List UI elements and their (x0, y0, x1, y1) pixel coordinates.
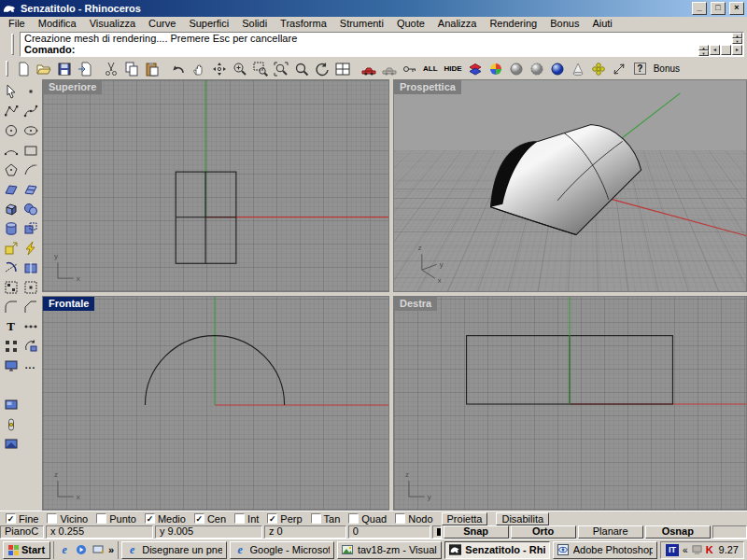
hide-button[interactable]: HIDE (442, 59, 465, 78)
bonus-toolbar-button[interactable]: Bonus (651, 59, 683, 78)
minimize-button[interactable]: _ (692, 2, 707, 15)
rectangle-tool-button[interactable] (21, 140, 40, 160)
rotate-view-button[interactable] (209, 59, 229, 78)
menu-file[interactable]: File (2, 17, 32, 31)
named-cplane-tool-button[interactable] (1, 395, 21, 414)
tray-app-icon[interactable] (692, 544, 702, 556)
osnap-int[interactable]: Int (234, 513, 259, 525)
cen-checkbox[interactable]: ✓ (194, 513, 204, 524)
fine-checkbox[interactable]: ✓ (6, 513, 16, 524)
menu-analizza[interactable]: Analizza (431, 17, 484, 31)
quick-launch-overflow[interactable]: » (108, 544, 114, 555)
osnap-fine[interactable]: ✓Fine (6, 513, 38, 525)
viewport-frontale-label[interactable]: Frontale (43, 297, 94, 311)
disabilita-button[interactable]: Disabilita (496, 512, 549, 525)
menu-superfici[interactable]: Superfici (182, 17, 235, 31)
menu-visualizza[interactable]: Visualizza (83, 17, 142, 31)
chamfer-tool-button[interactable] (21, 297, 40, 316)
viewport-prospettica-label[interactable]: Prospettica (394, 80, 461, 94)
osnap-vicino[interactable]: Vicino (47, 513, 88, 525)
layers-button[interactable] (466, 59, 486, 78)
help-button[interactable]: ? (630, 59, 650, 78)
boolean-tool-button[interactable] (21, 218, 40, 238)
zoom-extents-button[interactable] (291, 59, 311, 78)
select-tool-button[interactable] (1, 81, 21, 101)
vicino-checkbox[interactable] (47, 513, 57, 524)
cut-button[interactable] (101, 59, 120, 78)
zoom-extents-all-button[interactable]: ALL (420, 59, 441, 78)
trim-tool-button[interactable] (1, 258, 21, 277)
render-options-button[interactable] (400, 59, 419, 78)
show-desktop-icon[interactable] (92, 543, 105, 556)
dimension-button[interactable] (610, 59, 629, 78)
osnap-tan[interactable]: Tan (311, 513, 341, 525)
split-tool-button[interactable] (21, 258, 40, 277)
toolbar-grip[interactable] (6, 61, 8, 77)
command-scroll-right[interactable]: ► (732, 45, 742, 55)
open-file-button[interactable] (34, 59, 53, 78)
text-tool-button[interactable]: T (1, 316, 21, 336)
extrude-tool-button[interactable] (1, 238, 21, 258)
command-scroll-left[interactable]: ◄ (710, 45, 720, 55)
lamp-tool-button[interactable] (1, 414, 21, 434)
viewport-frontale[interactable]: Frontale z x (42, 296, 389, 511)
start-button[interactable]: Start (3, 541, 50, 559)
save-button[interactable] (54, 59, 74, 78)
proietta-button[interactable]: Proietta (442, 512, 488, 525)
polyline-tool-button[interactable] (1, 101, 21, 120)
tray-chevron[interactable]: « (683, 545, 688, 555)
viewport-prospettica[interactable]: Prospettica (393, 79, 747, 292)
box-tool-button[interactable] (1, 199, 21, 218)
zoom-button[interactable] (230, 59, 249, 78)
maximize-button[interactable]: □ (711, 2, 726, 15)
command-prompt-spinner[interactable]: ▲▼ (698, 45, 709, 56)
named-view-tool-button[interactable] (1, 356, 21, 375)
render-button[interactable] (359, 59, 378, 78)
export-button[interactable] (75, 59, 94, 78)
menu-curve[interactable]: Curve (142, 17, 182, 31)
task-disegnare[interactable]: eDisegnare un pneumatic... (121, 541, 226, 559)
rendered-viewport-button[interactable] (548, 59, 568, 78)
zoom-window-button[interactable] (250, 59, 270, 78)
snap-toggle[interactable]: Snap (444, 525, 509, 539)
fillet-tool-button[interactable] (1, 297, 21, 316)
menu-modifica[interactable]: Modifica (32, 17, 83, 31)
freeform-curve-tool-button[interactable] (21, 160, 40, 179)
planare-toggle[interactable]: Planare (578, 525, 643, 539)
rotate-tool-button[interactable] (21, 336, 40, 356)
circle-tool-button[interactable] (1, 120, 21, 140)
cylinder-tool-button[interactable] (1, 218, 21, 238)
task-google[interactable]: eGoogle - Microsoft Intern... (230, 541, 334, 559)
punto-checkbox[interactable] (96, 513, 106, 524)
menu-rendering[interactable]: Rendering (483, 17, 543, 31)
perp-checkbox[interactable]: ✓ (267, 513, 277, 524)
pan-button[interactable] (189, 59, 208, 78)
task-rhinoceros[interactable]: Senzatitolo - Rhinoce... (444, 541, 549, 559)
arc-tool-button[interactable] (1, 140, 21, 160)
sphere-tool-button[interactable] (21, 199, 40, 218)
spotlight-button[interactable] (569, 59, 588, 78)
ie-quicklaunch-icon[interactable]: e (58, 543, 71, 556)
undo-button[interactable] (168, 59, 188, 78)
zoom-dynamic-button[interactable] (271, 59, 290, 78)
surface-tool-button[interactable] (1, 179, 21, 199)
render-preview-button[interactable] (379, 59, 399, 78)
command-history-spinner[interactable]: ▲▼ (732, 33, 742, 44)
close-button[interactable]: × (729, 2, 744, 15)
quad-checkbox[interactable] (348, 513, 359, 524)
menu-trasforma[interactable]: Trasforma (274, 17, 333, 31)
antivirus-tray-icon[interactable]: K (706, 544, 713, 555)
viewport-superiore-label[interactable]: Superiore (43, 80, 102, 94)
osnap-medio[interactable]: ✓Medio (145, 513, 186, 525)
group-tool-button[interactable] (1, 277, 21, 297)
menu-bonus[interactable]: Bonus (543, 17, 585, 31)
tan-checkbox[interactable] (311, 513, 321, 524)
ghosted-viewport-button[interactable] (528, 59, 547, 78)
new-file-button[interactable] (13, 59, 33, 78)
shaded-viewport-button[interactable] (507, 59, 527, 78)
task-image-viewer[interactable]: tav18-zm - Visualizzatore... (337, 541, 442, 559)
media-player-icon[interactable] (75, 543, 88, 556)
array-tool-button[interactable] (1, 336, 21, 356)
osnap-perp[interactable]: ✓Perp (267, 513, 302, 525)
layer-indicator[interactable]: Predefinito (432, 525, 442, 539)
